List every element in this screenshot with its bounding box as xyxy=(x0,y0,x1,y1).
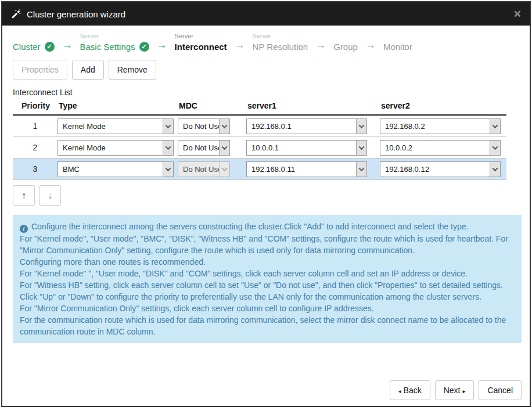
step-arrow-icon: → xyxy=(157,39,167,51)
mdc-select-disabled[interactable]: Do Not Use xyxy=(178,161,230,177)
step-arrow-icon: → xyxy=(235,39,245,51)
server2-select[interactable]: 192.168.0.2 xyxy=(380,118,501,134)
step-basic-settings: Server Basic Settings ✓ xyxy=(80,33,149,52)
wizard-steps: Cluster ✓ → Server Basic Settings ✓ → Se… xyxy=(2,26,530,59)
server1-select[interactable]: 10.0.0.1 xyxy=(246,140,367,156)
column-header-type: Type xyxy=(57,101,178,110)
cluster-generation-wizard-dialog: Cluster generation wizard ✕ Cluster ✓ → … xyxy=(1,1,531,407)
cancel-button[interactable]: Cancel xyxy=(479,380,522,400)
back-arrow-icon: ◂ xyxy=(398,388,401,394)
step-caption: Server xyxy=(253,33,308,41)
chevron-down-icon xyxy=(163,119,173,134)
mdc-select[interactable]: Do Not Use xyxy=(178,118,230,134)
back-button[interactable]: ◂ Back xyxy=(390,380,430,400)
remove-button[interactable]: Remove xyxy=(109,60,156,80)
step-caption xyxy=(333,33,358,41)
chevron-down-icon xyxy=(219,141,229,155)
priority-cell: 1 xyxy=(13,121,57,131)
info-icon: i xyxy=(20,225,28,233)
info-text: Configure the interconnect among the ser… xyxy=(20,222,508,336)
step-monitor: Monitor xyxy=(383,33,412,52)
column-header-server2: server2 xyxy=(380,101,506,110)
chevron-down-icon xyxy=(490,162,500,177)
back-button-label: Back xyxy=(404,386,422,395)
step-caption: Server xyxy=(175,33,227,41)
next-button[interactable]: Next ▸ xyxy=(435,380,475,400)
next-arrow-icon: ▸ xyxy=(462,388,465,394)
move-up-button[interactable]: ↑ xyxy=(13,185,35,206)
toolbar: Properties Add Remove xyxy=(2,59,530,83)
step-arrow-icon: → xyxy=(315,39,326,51)
interconnect-table: Priority Type MDC server1 server2 1 Kern… xyxy=(13,101,506,180)
add-button[interactable]: Add xyxy=(72,60,104,80)
table-row[interactable]: 2 Kernel Mode Do Not Use 10.0.0.1 10.0.0… xyxy=(13,137,506,159)
titlebar: Cluster generation wizard ✕ xyxy=(2,2,530,26)
move-down-button[interactable]: ↓ xyxy=(39,185,61,206)
step-label: Group xyxy=(333,42,358,52)
column-header-priority: Priority xyxy=(13,101,57,110)
type-select[interactable]: BMC xyxy=(57,161,174,177)
step-arrow-icon: → xyxy=(365,39,376,51)
interconnect-list-title: Interconnect List xyxy=(2,83,530,101)
chevron-down-icon xyxy=(219,162,229,177)
footer-buttons: ◂ Back Next ▸ Cancel xyxy=(390,380,522,400)
next-button-label: Next xyxy=(444,386,461,395)
step-label: Basic Settings xyxy=(80,42,135,52)
column-header-server1: server1 xyxy=(246,101,380,110)
step-label: Monitor xyxy=(383,42,412,52)
priority-cell: 2 xyxy=(13,143,57,152)
type-select[interactable]: Kernel Mode xyxy=(57,140,174,156)
column-header-mdc: MDC xyxy=(178,101,246,110)
chevron-down-icon xyxy=(490,141,500,155)
step-cluster: Cluster ✓ xyxy=(13,33,55,52)
step-interconnect: Server Interconnect xyxy=(175,33,227,52)
properties-button[interactable]: Properties xyxy=(13,60,67,80)
chevron-down-icon xyxy=(356,141,366,155)
magic-wand-icon xyxy=(10,9,21,20)
table-row-selected[interactable]: 3 BMC Do Not Use 192.168.0.11 192.168.0.… xyxy=(13,159,506,180)
chevron-down-icon xyxy=(490,119,500,134)
chevron-down-icon xyxy=(163,162,173,177)
close-icon[interactable]: ✕ xyxy=(513,9,522,19)
chevron-down-icon xyxy=(356,162,366,177)
table-header: Priority Type MDC server1 server2 xyxy=(13,101,506,116)
step-caption xyxy=(383,33,412,41)
server2-select[interactable]: 192.168.0.12 xyxy=(380,161,501,177)
priority-cell: 3 xyxy=(13,164,57,174)
table-row[interactable]: 1 Kernel Mode Do Not Use 192.168.0.1 192… xyxy=(13,116,506,137)
reorder-controls: ↑ ↓ xyxy=(2,180,530,211)
check-icon: ✓ xyxy=(139,42,149,52)
server1-select[interactable]: 192.168.0.1 xyxy=(246,118,367,134)
check-icon: ✓ xyxy=(45,42,55,52)
dialog-title: Cluster generation wizard xyxy=(27,9,125,19)
info-box: iConfigure the interconnect among the se… xyxy=(13,215,522,343)
step-caption: Server xyxy=(80,33,149,41)
chevron-down-icon xyxy=(219,119,229,134)
step-label: NP Resolution xyxy=(253,42,308,52)
step-arrow-icon: → xyxy=(62,39,73,51)
chevron-down-icon xyxy=(163,141,173,155)
server2-select[interactable]: 10.0.0.2 xyxy=(380,140,501,156)
chevron-down-icon xyxy=(356,119,366,134)
mdc-select[interactable]: Do Not Use xyxy=(178,140,230,156)
step-label: Cluster xyxy=(13,42,41,52)
step-label: Interconnect xyxy=(175,42,227,52)
step-caption xyxy=(13,33,55,41)
type-select[interactable]: Kernel Mode xyxy=(57,118,174,134)
step-group: Group xyxy=(333,33,358,52)
server1-select[interactable]: 192.168.0.11 xyxy=(246,161,367,177)
step-np-resolution: Server NP Resolution xyxy=(253,33,308,52)
